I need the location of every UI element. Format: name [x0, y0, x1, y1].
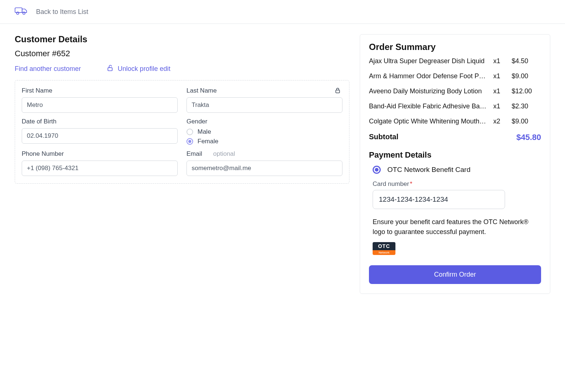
order-item-qty: x1	[493, 57, 512, 65]
payment-option-label: OTC Network Benefit Card	[387, 166, 470, 174]
phone-label: Phone Number	[22, 150, 178, 158]
order-item-price: $9.00	[512, 72, 541, 80]
find-another-customer-link[interactable]: Find another customer	[15, 64, 81, 73]
card-number-input[interactable]	[373, 190, 505, 209]
order-item-row: Band-Aid Flexible Fabric Adhesive Bandag…	[369, 103, 541, 110]
gender-male-label: Male	[198, 128, 211, 136]
order-item-row: Aveeno Daily Moisturizing Body Lotionx1$…	[369, 87, 541, 95]
payment-helper-text: Ensure your benefit card features the OT…	[369, 217, 541, 237]
unlock-icon	[107, 64, 114, 73]
order-item-qty: x1	[493, 72, 512, 80]
order-summary-panel: Order Summary Ajax Ultra Super Degreaser…	[360, 34, 550, 294]
order-item-price: $12.00	[512, 87, 541, 95]
confirm-order-button[interactable]: Confirm Order	[369, 265, 541, 284]
customer-details-panel: Customer Details Customer #652 Find anot…	[15, 34, 349, 184]
otc-network-logo: OTC Network	[373, 242, 395, 255]
radio-icon	[373, 166, 381, 174]
payment-details-title: Payment Details	[369, 150, 541, 160]
radio-icon	[186, 138, 193, 145]
last-name-label: Last Name	[186, 87, 342, 94]
unlock-profile-link[interactable]: Unlock profile edit	[107, 64, 170, 73]
customer-form: First Name Last Name Date of	[15, 80, 349, 184]
order-item-qty: x2	[493, 118, 512, 125]
payment-option-otc[interactable]: OTC Network Benefit Card	[369, 166, 541, 174]
order-summary-title: Order Summary	[369, 42, 541, 52]
svg-rect-0	[15, 8, 22, 12]
order-item-name: Colgate Optic White Whitening Mouthwash	[369, 118, 493, 125]
gender-female-radio[interactable]: Female	[186, 138, 342, 145]
required-indicator: *	[410, 180, 412, 187]
email-optional-label: optional	[213, 150, 235, 158]
subtotal-value: $45.80	[516, 133, 541, 142]
topbar: Back to Items List	[0, 0, 565, 24]
last-name-input[interactable]	[186, 97, 342, 113]
order-item-name: Arm & Hammer Odor Defense Foot Powder	[369, 72, 493, 80]
gender-female-label: Female	[198, 138, 218, 145]
first-name-input[interactable]	[22, 97, 178, 113]
dob-input[interactable]	[22, 128, 178, 144]
dob-label: Date of Birth	[22, 118, 178, 125]
phone-input[interactable]	[22, 161, 178, 176]
back-link[interactable]: Back to Items List	[36, 8, 88, 16]
order-item-name: Ajax Ultra Super Degreaser Dish Liquid	[369, 57, 493, 65]
customer-id: Customer #652	[15, 49, 349, 58]
order-item-name: Aveeno Daily Moisturizing Body Lotion	[369, 87, 493, 95]
unlock-profile-label: Unlock profile edit	[118, 65, 170, 73]
order-item-price: $2.30	[512, 103, 541, 110]
svg-rect-3	[108, 68, 112, 71]
order-item-name: Band-Aid Flexible Fabric Adhesive Bandag…	[369, 103, 493, 110]
otc-logo-top: OTC	[373, 242, 395, 250]
customer-details-title: Customer Details	[15, 34, 349, 44]
radio-icon	[186, 129, 193, 135]
first-name-label: First Name	[22, 87, 178, 94]
order-item-qty: x1	[493, 103, 512, 110]
gender-label: Gender	[186, 118, 342, 125]
subtotal-label: Subtotal	[369, 133, 398, 142]
order-item-qty: x1	[493, 87, 512, 95]
card-number-label: Card number	[373, 180, 409, 187]
email-label: Email	[186, 150, 202, 158]
email-input[interactable]	[186, 161, 342, 176]
otc-logo-bottom: Network	[373, 250, 395, 255]
order-item-price: $9.00	[512, 118, 541, 125]
truck-icon	[15, 7, 27, 17]
order-item-price: $4.50	[512, 57, 541, 65]
gender-male-radio[interactable]: Male	[186, 128, 342, 136]
svg-rect-4	[336, 90, 340, 93]
lock-icon	[334, 87, 341, 95]
order-item-row: Ajax Ultra Super Degreaser Dish Liquidx1…	[369, 57, 541, 65]
order-item-row: Colgate Optic White Whitening Mouthwashx…	[369, 118, 541, 125]
order-item-row: Arm & Hammer Odor Defense Foot Powderx1$…	[369, 72, 541, 80]
